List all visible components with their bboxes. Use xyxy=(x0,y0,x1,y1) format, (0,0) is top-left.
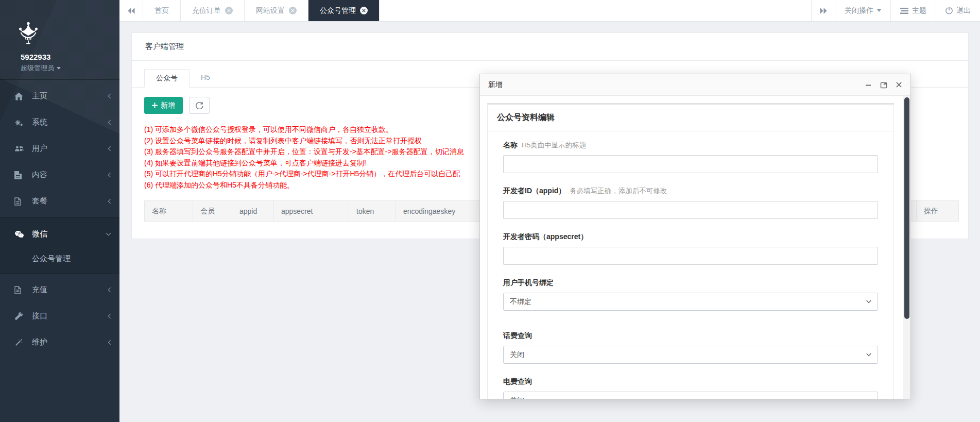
appsecret-input[interactable] xyxy=(503,247,878,265)
top-tab-bar: 首页 充值订单 网站设置 公众号管理 关闭操作 主题 退出 xyxy=(119,0,980,22)
maximize-icon[interactable] xyxy=(880,81,887,89)
chevron-down-icon xyxy=(866,300,871,303)
label-hint: 务必填写正确，添加后不可修改 xyxy=(570,187,667,195)
page-title: 客户端管理 xyxy=(132,33,968,61)
sidebar-item-content[interactable]: 内容 xyxy=(0,162,119,188)
caret-down-icon xyxy=(57,67,61,70)
sidebar-item-label: 充值 xyxy=(32,285,47,295)
select-value: 关闭 xyxy=(510,350,524,360)
sidebar-item-recharge[interactable]: 充值 xyxy=(0,277,119,303)
wrench-icon xyxy=(14,312,26,320)
label-text: 名称 xyxy=(503,141,518,149)
col-name: 名称 xyxy=(145,201,193,222)
electric-bill-query-select[interactable]: 关闭 xyxy=(503,392,878,399)
logout-button[interactable]: 退出 xyxy=(936,0,980,21)
user-id: 5922933 xyxy=(13,47,119,61)
field-label-electric-bill-query: 电费查询 xyxy=(503,377,878,386)
sidebar-item-home[interactable]: 主页 xyxy=(0,83,119,109)
field-label-phone-binding: 用户手机号绑定 xyxy=(503,278,878,288)
tab-h5[interactable]: H5 xyxy=(190,69,221,87)
tab-official-account[interactable]: 公众号 xyxy=(144,69,190,88)
tab-label: 网站设置 xyxy=(256,6,285,15)
sidebar-item-api[interactable]: 接口 xyxy=(0,303,119,329)
add-button[interactable]: 新增 xyxy=(144,97,183,114)
sidebar-item-label: 主页 xyxy=(32,91,47,101)
angle-left-icon xyxy=(108,146,111,151)
sidebar-item-wechat[interactable]: 微信 xyxy=(0,221,119,247)
appid-input[interactable] xyxy=(503,201,878,219)
logout-label: 退出 xyxy=(956,6,971,15)
theme-button[interactable]: 主题 xyxy=(890,0,936,21)
theme-label: 主题 xyxy=(912,6,926,15)
tab-site-settings[interactable]: 网站设置 xyxy=(245,0,308,21)
field-label-appsecret: 开发者密码（appsecret） xyxy=(503,232,878,242)
sidebar-item-label: 微信 xyxy=(32,229,47,239)
angle-left-icon xyxy=(108,198,111,204)
close-icon[interactable] xyxy=(896,81,902,88)
sidebar-subitem-official-account[interactable]: 公众号管理 xyxy=(0,247,119,270)
scroll-tabs-right-button[interactable] xyxy=(811,0,835,21)
sidebar-subitem-label: 公众号管理 xyxy=(32,254,71,264)
label-text: 用户手机号绑定 xyxy=(503,278,554,286)
label-text: 开发者密码（appsecret） xyxy=(503,232,588,241)
field-label-phone-bill-query: 话费查询 xyxy=(503,331,878,341)
sidebar-item-packages[interactable]: 套餐 xyxy=(0,188,119,214)
plus-icon xyxy=(152,103,158,108)
col-action: 操作 xyxy=(917,201,959,222)
add-button-label: 新增 xyxy=(161,101,175,110)
dialog-title: 新增 xyxy=(488,80,503,90)
angle-left-icon xyxy=(108,313,111,319)
sidebar-item-system[interactable]: 系统 xyxy=(0,109,119,136)
user-role-dropdown[interactable]: 超级管理员 xyxy=(13,61,119,79)
file-invoice-icon xyxy=(14,286,26,294)
account-edit-fieldset: 公众号资料编辑 名称H5页面中显示的标题 开发者ID（appid）务必填写正确，… xyxy=(487,103,894,399)
file-icon xyxy=(14,171,26,179)
crown-logo-icon xyxy=(13,18,119,47)
close-operations-dropdown[interactable]: 关闭操作 xyxy=(835,0,890,21)
angle-left-icon xyxy=(108,340,111,345)
minimize-icon[interactable] xyxy=(865,81,872,89)
home-icon xyxy=(14,92,26,100)
refresh-button[interactable] xyxy=(189,97,210,114)
caret-down-icon xyxy=(877,9,881,12)
sidebar-item-label: 内容 xyxy=(32,170,47,180)
double-angle-right-icon xyxy=(820,8,827,14)
dialog-scrollbar[interactable] xyxy=(903,96,910,399)
chevron-down-icon xyxy=(866,353,871,357)
phone-binding-select[interactable]: 不绑定 xyxy=(503,293,878,311)
file-alt-icon xyxy=(14,197,26,206)
dialog-header[interactable]: 新增 xyxy=(480,74,910,96)
angle-left-icon xyxy=(108,120,111,125)
sidebar-item-users[interactable]: 用户 xyxy=(0,136,119,162)
phone-bill-query-select[interactable]: 关闭 xyxy=(503,346,878,364)
angle-left-icon xyxy=(108,287,111,293)
name-input[interactable] xyxy=(503,155,878,173)
fieldset-title: 公众号资料编辑 xyxy=(488,105,893,131)
double-angle-left-icon xyxy=(128,8,135,14)
field-label-appid: 开发者ID（appid）务必填写正确，添加后不可修改 xyxy=(503,187,878,196)
sidebar-item-label: 维护 xyxy=(32,337,47,347)
field-label-name: 名称H5页面中显示的标题 xyxy=(503,141,878,150)
col-appsecret: appsecret xyxy=(274,201,349,222)
gears-icon xyxy=(14,119,26,127)
scroll-tabs-left-button[interactable] xyxy=(119,0,143,21)
sidebar: 5922933 超级管理员 主页 系统 用户 xyxy=(0,0,119,422)
sidebar-item-label: 接口 xyxy=(32,311,47,321)
sign-out-icon xyxy=(945,7,953,14)
user-role-label: 超级管理员 xyxy=(21,63,54,73)
label-text: 开发者ID（appid） xyxy=(503,187,565,195)
app-logo: 5922933 超级管理员 xyxy=(0,0,119,79)
scrollbar-thumb[interactable] xyxy=(904,97,909,319)
tab-close-icon[interactable] xyxy=(360,7,368,14)
select-value: 不绑定 xyxy=(510,297,531,307)
users-icon xyxy=(14,145,26,153)
tab-recharge-orders[interactable]: 充值订单 xyxy=(181,0,245,21)
sidebar-item-maintenance[interactable]: 维护 xyxy=(0,329,119,356)
tab-close-icon[interactable] xyxy=(289,7,297,14)
tab-home[interactable]: 首页 xyxy=(143,0,181,21)
close-operations-label: 关闭操作 xyxy=(845,6,873,15)
tab-close-icon[interactable] xyxy=(225,7,233,14)
tab-official-account-management[interactable]: 公众号管理 xyxy=(308,0,380,21)
angle-left-icon xyxy=(108,93,111,99)
col-token: token xyxy=(349,201,396,222)
